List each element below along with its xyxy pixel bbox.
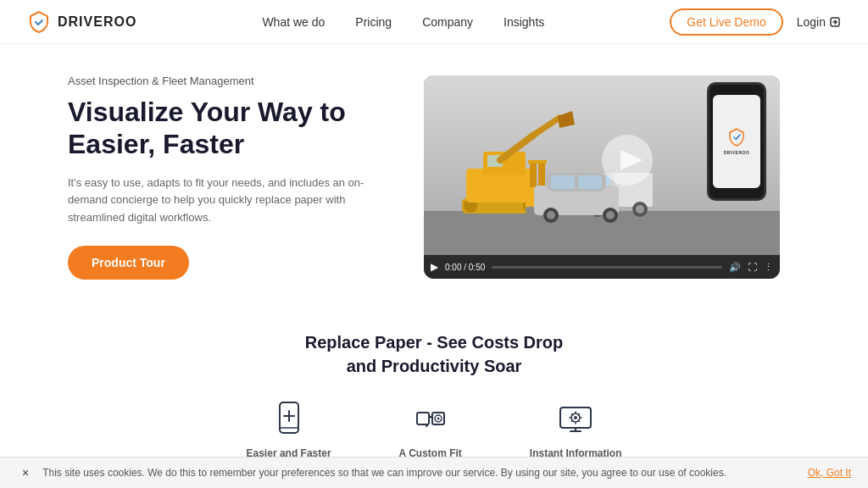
video-time: 0:00 / 0:50 [445,263,485,272]
feature-instant-info: Instant Information [530,398,622,459]
cookie-text: This site uses cookies. We do this to re… [42,467,798,479]
phone-driveroo-logo [727,128,746,147]
video-player[interactable]: DRIVEROO ▶ 0:00 / 0:50 🔊 ⛶ ⋮ [424,75,780,279]
hero-description: It's easy to use, adapts to fit your nee… [68,175,390,227]
svg-rect-3 [424,211,780,255]
svg-rect-39 [417,413,429,424]
svg-point-31 [547,211,555,219]
volume-icon[interactable]: 🔊 [729,262,741,273]
nav-pricing[interactable]: Pricing [355,15,392,29]
features-row: Easier and Faster A Custom Fit [68,398,800,459]
svg-rect-27 [551,175,575,189]
cookie-banner: × This site uses cookies. We do this to … [0,457,868,488]
svg-line-53 [578,420,580,422]
features-section: Replace Paper - See Costs Dropand Produc… [0,307,868,473]
feature-custom-fit: A Custom Fit [399,398,462,459]
brand-name: DRIVEROO [58,14,136,30]
logo[interactable]: DRIVEROO [27,10,136,34]
hero-right: DRIVEROO ▶ 0:00 / 0:50 🔊 ⛶ ⋮ [424,75,780,279]
svg-rect-13 [530,160,537,187]
features-title: Replace Paper - See Costs Dropand Produc… [68,330,800,378]
svg-rect-28 [578,175,602,189]
hero-section: Asset Inspection & Fleet Management Visu… [0,44,868,307]
monitor-gear-icon [554,398,597,441]
fullscreen-icon[interactable]: ⛶ [748,262,757,272]
cookie-close-button[interactable]: × [17,466,34,480]
mobile-plus-icon [268,398,310,441]
nav-company[interactable]: Company [422,15,473,29]
hero-left: Asset Inspection & Fleet Management Visu… [68,75,390,280]
svg-line-52 [572,414,574,416]
navbar: DRIVEROO What we do Pricing Company Insi… [0,0,868,44]
cookie-ok-button[interactable]: Ok, Got It [808,467,851,479]
svg-rect-14 [538,160,545,187]
more-options-icon[interactable]: ⋮ [764,262,773,273]
get-live-demo-button[interactable]: Get Live Demo [670,8,782,36]
puzzle-icon [409,398,452,441]
video-progress-bar[interactable] [492,266,722,269]
svg-point-32 [606,211,615,219]
hero-tag: Asset Inspection & Fleet Management [68,75,390,87]
video-controls: ▶ 0:00 / 0:50 🔊 ⛶ ⋮ [424,255,780,279]
svg-line-55 [578,414,580,416]
nav-insights[interactable]: Insights [504,15,544,29]
product-tour-button[interactable]: Product Tour [68,246,189,280]
login-button[interactable]: Login [797,15,841,29]
svg-point-42 [437,418,439,420]
svg-line-54 [572,420,574,422]
logo-icon [27,10,51,34]
nav-what-we-do[interactable]: What we do [262,15,325,29]
svg-rect-15 [528,160,547,164]
nav-links: What we do Pricing Company Insights [262,15,544,29]
feature-easier-faster: Easier and Faster [247,398,331,459]
play-button[interactable]: ▶ [431,261,438,273]
phone-mockup: DRIVEROO [707,82,766,201]
svg-point-47 [574,416,577,419]
login-icon [829,16,841,28]
hero-title: Visualize Your Way to Easier, Faster [68,96,390,161]
svg-point-24 [636,205,644,214]
